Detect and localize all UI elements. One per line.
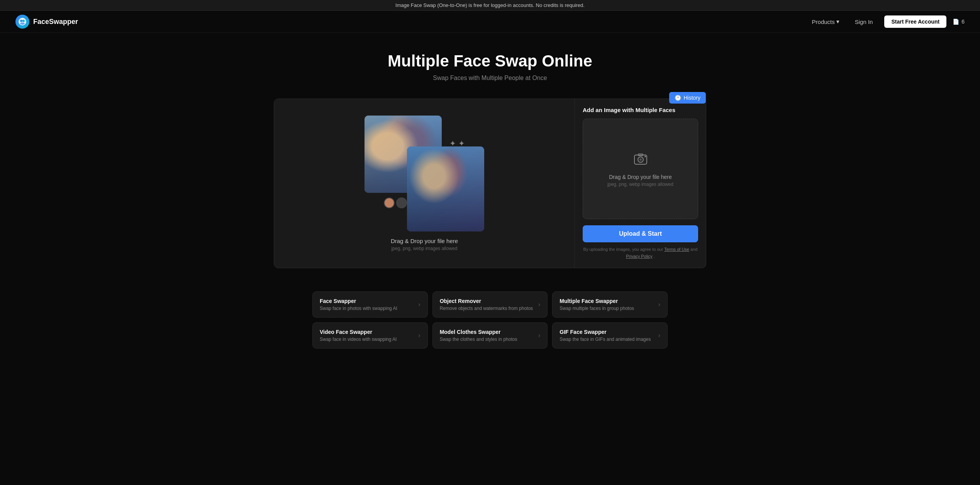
- product-desc-4: Swap the clothes and styles in photos: [440, 337, 517, 342]
- svg-point-1: [20, 20, 22, 22]
- product-arrow-icon-0: ›: [418, 301, 420, 308]
- product-card-left-3: Video Face Swapper Swap face in videos w…: [320, 329, 397, 342]
- product-desc-0: Swap face in photos with swapping AI: [320, 306, 397, 311]
- hero-title: Multiple Face Swap Online: [8, 51, 972, 71]
- announcement-bar: Image Face Swap (One-to-One) is free for…: [0, 0, 980, 11]
- terms-end: .: [654, 254, 655, 259]
- product-arrow-icon-3: ›: [418, 332, 420, 339]
- product-card-left-1: Object Remover Remove objects and waterm…: [440, 298, 533, 311]
- after-image: [407, 146, 484, 231]
- product-name-2: Multiple Face Swapper: [560, 298, 634, 304]
- left-panel[interactable]: ✦ ✦ Drag & Drop your file here jpeg, png…: [274, 99, 575, 268]
- product-card-1[interactable]: Object Remover Remove objects and waterm…: [432, 291, 548, 318]
- product-desc-5: Swap the face in GIFs and animated image…: [560, 337, 651, 342]
- product-card-4[interactable]: Model Clothes Swapper Swap the clothes a…: [432, 322, 548, 349]
- credits-count: 6: [961, 19, 965, 25]
- product-card-0[interactable]: Face Swapper Swap face in photos with sw…: [312, 291, 428, 318]
- start-free-label: Start Free Account: [891, 19, 939, 25]
- right-drop-main: Drag & Drop your file here: [609, 174, 672, 180]
- product-card-left-5: GIF Face Swapper Swap the face in GIFs a…: [560, 329, 651, 342]
- left-drop-text: Drag & Drop your file here jpeg, png, we…: [391, 238, 458, 251]
- product-card-left-0: Face Swapper Swap face in photos with sw…: [320, 298, 397, 311]
- face-circle-2: [396, 197, 407, 208]
- hero-section: Multiple Face Swap Online Swap Faces wit…: [0, 33, 980, 89]
- products-menu[interactable]: Products ▾: [808, 16, 843, 27]
- svg-point-7: [639, 158, 642, 161]
- products-label: Products: [812, 19, 835, 25]
- logo-icon: [15, 15, 29, 29]
- product-card-left-2: Multiple Face Swapper Swap multiple face…: [560, 298, 634, 311]
- document-icon: 📄: [953, 19, 959, 25]
- logo-area[interactable]: FaceSwapper: [15, 15, 78, 29]
- upload-start-label: Upload & Start: [619, 230, 662, 237]
- right-panel-title: Add an Image with Multiple Faces: [583, 107, 698, 113]
- product-name-5: GIF Face Swapper: [560, 329, 651, 335]
- product-arrow-icon-4: ›: [538, 332, 540, 339]
- product-desc-1: Remove objects and watermarks from photo…: [440, 306, 533, 311]
- products-section: Face Swapper Swap face in photos with sw…: [297, 291, 683, 349]
- product-arrow-icon-5: ›: [658, 332, 660, 339]
- signin-button[interactable]: Sign In: [849, 16, 878, 27]
- privacy-policy-link[interactable]: Privacy Policy: [626, 254, 652, 259]
- products-grid: Face Swapper Swap face in photos with sw…: [312, 291, 668, 349]
- chevron-down-icon: ▾: [836, 18, 839, 25]
- product-card-2[interactable]: Multiple Face Swapper Swap multiple face…: [552, 291, 668, 318]
- terms-text: By uploading the images, you agree to ou…: [583, 246, 698, 260]
- demo-images: ✦ ✦: [365, 116, 484, 231]
- logo-svg: [18, 17, 27, 26]
- left-drop-main: Drag & Drop your file here: [391, 238, 458, 244]
- product-card-5[interactable]: GIF Face Swapper Swap the face in GIFs a…: [552, 322, 668, 349]
- history-label: History: [683, 95, 700, 101]
- product-name-0: Face Swapper: [320, 298, 397, 304]
- after-image-content: [407, 146, 484, 231]
- svg-point-9: [644, 156, 646, 157]
- product-name-1: Object Remover: [440, 298, 533, 304]
- right-drop-sub: jpeg, png, webp images allowed: [607, 182, 673, 187]
- svg-point-2: [22, 20, 25, 22]
- nav-right: Products ▾ Sign In Start Free Account 📄 …: [808, 15, 965, 28]
- hero-subtitle: Swap Faces with Multiple People at Once: [8, 75, 972, 82]
- upload-start-button[interactable]: Upload & Start: [583, 225, 698, 242]
- product-desc-2: Swap multiple faces in group photos: [560, 306, 634, 311]
- right-drop-zone[interactable]: Drag & Drop your file here jpeg, png, we…: [583, 119, 698, 219]
- product-arrow-icon-2: ›: [658, 301, 660, 308]
- start-free-button[interactable]: Start Free Account: [884, 15, 946, 28]
- signin-label: Sign In: [855, 19, 873, 25]
- product-name-3: Video Face Swapper: [320, 329, 397, 335]
- right-panel: 🕐 History Add an Image with Multiple Fac…: [575, 99, 706, 268]
- product-desc-3: Swap face in videos with swapping AI: [320, 337, 397, 342]
- product-card-3[interactable]: Video Face Swapper Swap face in videos w…: [312, 322, 428, 349]
- product-arrow-icon-1: ›: [538, 301, 540, 308]
- credits-area[interactable]: 📄 6: [953, 19, 965, 25]
- face-circle-1: [384, 197, 395, 208]
- terms-and: and: [690, 247, 697, 252]
- history-icon: 🕐: [675, 95, 681, 101]
- announcement-text: Image Face Swap (One-to-One) is free for…: [395, 2, 585, 8]
- navbar: FaceSwapper Products ▾ Sign In Start Fre…: [0, 11, 980, 33]
- product-card-left-4: Model Clothes Swapper Swap the clothes a…: [440, 329, 517, 342]
- history-button[interactable]: 🕐 History: [669, 92, 706, 104]
- camera-icon: [633, 151, 648, 170]
- logo-name: FaceSwapper: [33, 18, 78, 26]
- main-content: ✦ ✦ Drag & Drop your file here jpeg, png…: [258, 89, 722, 283]
- terms-prefix: By uploading the images, you agree to ou…: [583, 247, 665, 252]
- product-name-4: Model Clothes Swapper: [440, 329, 517, 335]
- terms-of-use-link[interactable]: Terms of Use: [664, 247, 689, 252]
- left-drop-sub: jpeg, png, webp images allowed: [391, 246, 458, 251]
- svg-point-3: [20, 22, 25, 25]
